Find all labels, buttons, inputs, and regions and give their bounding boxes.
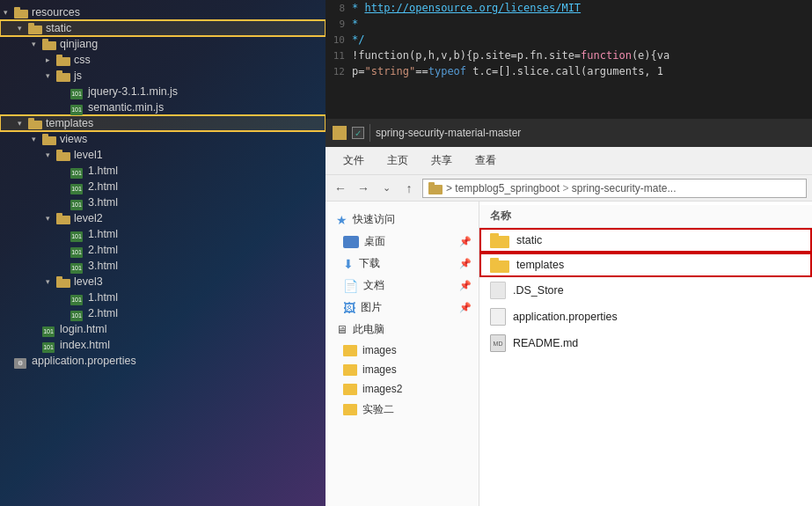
sidebar-item-images1[interactable]: images xyxy=(326,341,479,360)
sidebar-item-download[interactable]: ⬇ 下载 📌 xyxy=(326,253,479,275)
tree-item-2html_l1[interactable]: 1012.html xyxy=(0,179,326,194)
sidebar-item-quickaccess[interactable]: ★ 快速访问 xyxy=(326,209,479,231)
svg-rect-20 xyxy=(334,129,345,138)
tree-icon: 101 xyxy=(70,86,84,98)
tree-label: views xyxy=(60,133,87,145)
column-header-name: 名称 xyxy=(490,209,511,224)
svg-rect-4 xyxy=(42,41,56,50)
sidebar-label: images xyxy=(362,363,397,376)
tree-arrow: ▾ xyxy=(18,119,28,128)
file-name: templates xyxy=(516,259,564,271)
tree-item-3html_l1[interactable]: 1013.html xyxy=(0,194,326,210)
tree-label: css xyxy=(74,54,91,66)
ribbon-tab-home[interactable]: 主页 xyxy=(377,150,419,172)
tree-item-resources[interactable]: ▾resources xyxy=(0,4,326,20)
tree-item-js[interactable]: ▾js xyxy=(0,68,326,84)
folder-icon-titlebar xyxy=(333,126,347,140)
sidebar-item-images2[interactable]: images xyxy=(326,360,479,379)
nav-forward-button[interactable]: → xyxy=(354,179,373,198)
tree-arrow: ▾ xyxy=(32,135,42,143)
tree-label: 3.html xyxy=(88,196,118,209)
path-segment-2: spring-security-mate... xyxy=(572,182,677,194)
tree-item-index[interactable]: 101index.html xyxy=(0,337,326,353)
tree-item-appprops[interactable]: ⚙application.properties xyxy=(0,353,326,369)
folder-small-icon xyxy=(343,345,357,356)
sidebar-item-thispc[interactable]: 🖥 此电脑 xyxy=(326,319,479,341)
folder-small-icon xyxy=(343,384,357,395)
svg-rect-7 xyxy=(56,55,62,58)
pc-icon: 🖥 xyxy=(336,323,347,336)
tree-arrow: ▾ xyxy=(46,71,56,80)
svg-rect-26 xyxy=(490,260,509,273)
tree-item-login[interactable]: 101login.html xyxy=(0,321,326,337)
address-path[interactable]: > tempblog5_springboot > spring-security… xyxy=(422,179,807,198)
ribbon-tab-view[interactable]: 查看 xyxy=(465,150,507,172)
tree-icon: 101 xyxy=(70,245,84,256)
tree-item-jquery[interactable]: 101jquery-3.1.1.min.js xyxy=(0,84,326,99)
tree-item-2html_l3[interactable]: 1012.html xyxy=(0,305,326,321)
checkbox-titlebar[interactable] xyxy=(352,127,364,139)
tree-item-1html_l2[interactable]: 1011.html xyxy=(0,226,326,242)
ribbon-tab-file[interactable]: 文件 xyxy=(333,150,375,172)
tree-item-static[interactable]: ▾static xyxy=(0,20,326,36)
svg-rect-9 xyxy=(56,70,62,74)
tree-icon xyxy=(42,39,56,50)
tree-item-qinjiang[interactable]: ▾qinjiang xyxy=(0,36,326,52)
tree-item-level2[interactable]: ▾level2 xyxy=(0,210,326,226)
pin-icon: 📌 xyxy=(459,258,472,269)
tree-item-css[interactable]: ▸css xyxy=(0,52,326,68)
tree-label: js xyxy=(74,70,82,82)
code-line-content: * xyxy=(352,18,812,30)
tree-item-1html_l3[interactable]: 1011.html xyxy=(0,290,326,305)
tree-item-templates[interactable]: ▾templates xyxy=(0,115,326,131)
sidebar-item-pictures[interactable]: 🖼 图片 📌 xyxy=(326,297,479,319)
tree-item-level3[interactable]: ▾level3 xyxy=(0,274,326,290)
nav-back-button[interactable]: ← xyxy=(331,179,350,198)
sidebar-item-exp2[interactable]: 实验二 xyxy=(326,399,479,421)
line-number: 11 xyxy=(326,50,352,62)
tree-label: 1.html xyxy=(88,291,118,304)
tree-item-1html_l1[interactable]: 1011.html xyxy=(0,163,326,179)
tree-label: qinjiang xyxy=(60,38,98,50)
file-row-dsstore[interactable]: .DS_Store xyxy=(479,277,812,304)
sidebar-label: 此电脑 xyxy=(353,322,384,337)
file-row-static[interactable]: static xyxy=(479,228,812,253)
svg-rect-24 xyxy=(490,236,509,248)
tree-icon xyxy=(56,276,70,288)
svg-rect-19 xyxy=(56,276,62,280)
sidebar-label: 下载 xyxy=(359,256,380,271)
svg-rect-18 xyxy=(56,279,70,288)
tree-arrow: ▾ xyxy=(4,8,14,17)
tree-item-semantic[interactable]: 101semantic.min.js xyxy=(0,99,326,115)
tree-icon xyxy=(28,118,42,129)
sidebar-label: 实验二 xyxy=(362,402,394,417)
tree-label: login.html xyxy=(60,323,107,335)
ribbon-tab-share[interactable]: 共享 xyxy=(421,150,463,172)
file-row-templates[interactable]: templates xyxy=(479,253,812,277)
path-folder-icon xyxy=(428,182,443,194)
nav-up-button[interactable]: ↑ xyxy=(399,179,419,198)
folder-icon-templates xyxy=(490,257,509,273)
tree-icon xyxy=(14,7,28,18)
sidebar-label: 图片 xyxy=(361,300,382,315)
nav-dropdown-button[interactable]: ⌄ xyxy=(377,179,396,198)
tree-item-level1[interactable]: ▾level1 xyxy=(0,147,326,163)
sidebar-item-images3[interactable]: images2 xyxy=(326,379,479,399)
path-segment-1: tempblog5_springboot xyxy=(455,182,560,194)
tree-icon xyxy=(56,213,70,224)
file-row-readme[interactable]: MD README.md xyxy=(479,330,812,356)
md-file-icon: MD xyxy=(490,334,506,352)
line-number: 12 xyxy=(326,66,352,77)
tree-arrow: ▾ xyxy=(32,40,42,48)
tree-icon: 101 xyxy=(70,260,84,272)
sidebar-item-desktop[interactable]: 桌面 📌 xyxy=(326,231,479,253)
tree-icon xyxy=(56,55,70,66)
file-row-appprops[interactable]: application.properties xyxy=(479,304,812,330)
tree-item-2html_l2[interactable]: 1012.html xyxy=(0,242,326,258)
tree-item-3html_l2[interactable]: 1013.html xyxy=(0,258,326,274)
window-title: spring-security-material-master xyxy=(376,127,521,139)
tree-label: 2.html xyxy=(88,244,118,256)
tree-label: static xyxy=(46,22,71,34)
sidebar-item-documents[interactable]: 📄 文档 📌 xyxy=(326,275,479,297)
tree-item-views[interactable]: ▾views xyxy=(0,131,326,147)
